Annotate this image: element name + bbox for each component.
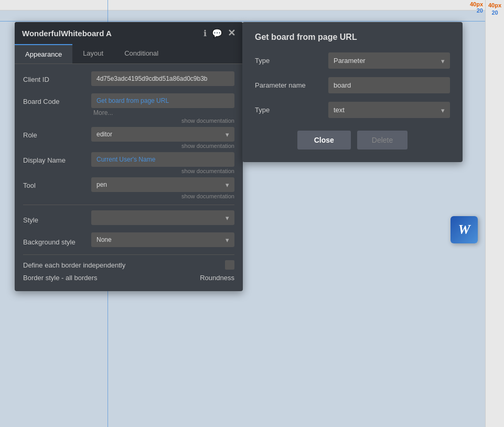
tool-select-wrapper: pen: [91, 177, 234, 192]
border-style-row: Border style - all borders Roundness: [23, 274, 234, 282]
ruler-right: 40px 20: [485, 0, 504, 427]
modal-type2-select-wrapper: text: [328, 102, 450, 118]
modal-title: Get board from page URL: [255, 33, 450, 42]
size-indicator-blue: 20: [477, 7, 483, 14]
roundness-label: Roundness: [200, 274, 234, 282]
close-button[interactable]: Close: [297, 131, 351, 150]
style-select-wrapper: [91, 210, 234, 225]
tool-label: Tool: [23, 177, 91, 189]
display-name-doc-link[interactable]: show documentation: [91, 168, 234, 174]
tabs-bar: Appearance Layout Conditional: [15, 44, 243, 64]
tool-row: Tool pen show documentation: [23, 177, 234, 199]
guide-horizontal: [0, 21, 504, 22]
board-code-control: Get board from page URL More... show doc…: [91, 93, 234, 124]
size-indicator-orange: 40px: [470, 1, 483, 7]
border-style-label: Border style - all borders: [23, 274, 200, 282]
modal-type2-label: Type: [255, 106, 328, 114]
modal-param-label: Parameter name: [255, 81, 328, 89]
modal-type-select[interactable]: Parameter: [328, 52, 450, 69]
bg-style-select-wrapper: None: [91, 232, 234, 247]
tab-layout[interactable]: Layout: [72, 44, 114, 63]
client-id-control: [91, 71, 234, 86]
modal-param-row: Parameter name: [255, 77, 450, 93]
display-name-control: Current User's Name show documentation: [91, 152, 234, 174]
ww-logo-icon: W: [451, 216, 478, 243]
bg-style-select[interactable]: None: [91, 232, 234, 247]
define-border-label: Define each border independently: [23, 261, 225, 269]
modal-type2-select[interactable]: text: [328, 102, 450, 118]
info-icon[interactable]: ℹ: [203, 28, 207, 38]
client-id-row: Client ID: [23, 71, 234, 90]
modal-type2-row: Type text: [255, 102, 450, 118]
left-panel: WonderfulWhiteboard A ℹ 💬 ✕ Appearance L…: [15, 22, 243, 291]
ruler-orange-label: 40px: [488, 2, 501, 8]
role-control: editor show documentation: [91, 127, 234, 149]
tool-select[interactable]: pen: [91, 177, 234, 192]
tab-conditional[interactable]: Conditional: [114, 44, 169, 63]
close-icon[interactable]: ✕: [228, 27, 235, 39]
bg-style-control: None: [91, 232, 234, 247]
board-code-row: Board Code Get board from page URL More.…: [23, 93, 234, 124]
style-row: Style: [23, 210, 234, 225]
board-code-value[interactable]: Get board from page URL: [91, 93, 234, 108]
role-row: Role editor show documentation: [23, 127, 234, 149]
role-select-wrapper: editor: [91, 127, 234, 142]
board-code-more[interactable]: More...: [91, 109, 234, 116]
chat-icon[interactable]: 💬: [212, 28, 222, 38]
tab-appearance[interactable]: Appearance: [15, 44, 72, 63]
role-select[interactable]: editor: [91, 127, 234, 142]
board-code-label: Board Code: [23, 93, 91, 105]
style-label: Style: [23, 212, 91, 224]
modal-type-select-wrapper: Parameter: [328, 52, 450, 69]
display-name-row: Display Name Current User's Name show do…: [23, 152, 234, 174]
divider-1: [23, 205, 234, 205]
display-name-label: Display Name: [23, 152, 91, 164]
ruler-top: [0, 0, 485, 10]
modal-param-input[interactable]: [328, 77, 450, 93]
board-code-doc-link[interactable]: show documentation: [91, 118, 234, 124]
style-control: [91, 210, 234, 225]
define-border-row: Define each border independently: [23, 260, 234, 270]
role-label: Role: [23, 127, 91, 139]
ww-logo: W: [451, 216, 478, 243]
client-id-label: Client ID: [23, 71, 91, 83]
modal-actions: Close Delete: [255, 131, 450, 150]
tool-control: pen show documentation: [91, 177, 234, 199]
client-id-input[interactable]: [91, 71, 234, 86]
delete-button[interactable]: Delete: [357, 131, 408, 150]
panel-header: WonderfulWhiteboard A ℹ 💬 ✕: [15, 22, 243, 44]
display-name-value[interactable]: Current User's Name: [91, 152, 234, 167]
define-border-checkbox[interactable]: [225, 260, 234, 270]
bg-style-row: Background style None: [23, 232, 234, 247]
tool-doc-link[interactable]: show documentation: [91, 193, 234, 199]
divider-2: [23, 254, 234, 255]
modal-type-label: Type: [255, 57, 328, 65]
bg-style-label: Background style: [23, 234, 91, 246]
panel-title: WonderfulWhiteboard A: [22, 29, 198, 38]
role-doc-link[interactable]: show documentation: [91, 143, 234, 149]
panel-content: Client ID Board Code Get board from page…: [15, 64, 243, 291]
style-select[interactable]: [91, 210, 234, 225]
modal-type-row: Type Parameter: [255, 52, 450, 69]
ruler-blue-label: 20: [491, 9, 498, 16]
modal-panel: Get board from page URL Type Parameter P…: [242, 22, 463, 162]
